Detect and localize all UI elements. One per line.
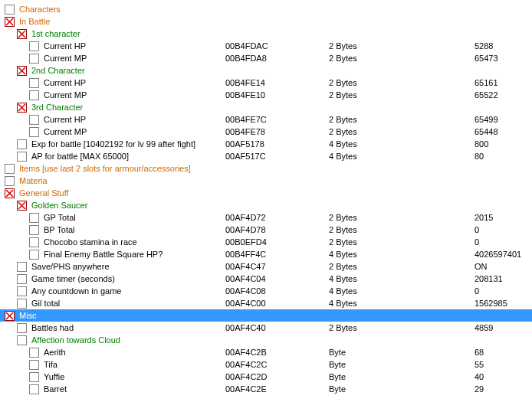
tree-row[interactable]: 3rd Character xyxy=(3,101,532,113)
row-type: 2 Bytes xyxy=(329,113,357,126)
tree-row[interactable]: In Battle xyxy=(3,15,532,28)
row-description: Yuffie xyxy=(44,371,64,383)
tree-row[interactable]: 2nd Character xyxy=(3,64,532,77)
tree-row[interactable]: Current HP00B4FE7C2 Bytes65499 xyxy=(3,113,532,126)
tree-row[interactable]: Current HP00B4FDAC2 Bytes5288 xyxy=(3,40,532,52)
row-description: Current HP xyxy=(44,40,86,52)
row-type: 2 Bytes xyxy=(329,236,357,248)
checkbox-checked[interactable] xyxy=(5,188,15,198)
row-value: 0 xyxy=(475,285,479,297)
row-description: Materia xyxy=(19,175,48,187)
row-address: 00B4FE78 xyxy=(225,126,265,138)
tree-row[interactable]: BP Total00AF4D782 Bytes0 xyxy=(3,224,532,236)
tree-row[interactable]: Aerith00AF4C2BByte68 xyxy=(3,346,532,358)
row-description: Current MP xyxy=(44,126,87,138)
row-value: 68 xyxy=(475,346,484,358)
checkbox[interactable] xyxy=(5,176,15,186)
checkbox[interactable] xyxy=(29,78,39,88)
row-address: 00AF5178 xyxy=(225,138,264,150)
row-description: Final Enemy Battle Square HP? xyxy=(44,248,163,260)
tree-row[interactable]: Materia xyxy=(3,175,532,187)
tree-row[interactable]: Battles had00AF4C402 Bytes4859 xyxy=(3,322,532,334)
tree-row[interactable]: Game timer (seconds)00AF4C044 Bytes20813… xyxy=(3,273,532,285)
row-value: 4026597401 xyxy=(475,248,521,260)
row-description: 3rd Character xyxy=(31,101,83,113)
row-address: 00AF4C2C xyxy=(225,358,267,371)
tree-row[interactable]: Current MP00B4FE782 Bytes65448 xyxy=(3,126,532,138)
checkbox[interactable] xyxy=(17,262,27,272)
checkbox-checked[interactable] xyxy=(17,103,27,113)
row-type: Byte xyxy=(329,383,346,395)
tree-row[interactable]: Tifa00AF4C2CByte55 xyxy=(3,358,532,371)
checkbox[interactable] xyxy=(17,299,27,309)
row-description: Current HP xyxy=(44,113,86,126)
cheat-table-tree[interactable]: CharactersIn Battle1st characterCurrent … xyxy=(0,0,532,398)
checkbox[interactable] xyxy=(29,90,39,100)
checkbox[interactable] xyxy=(17,139,27,149)
checkbox[interactable] xyxy=(29,127,39,137)
checkbox-checked[interactable] xyxy=(17,29,27,39)
tree-row[interactable]: Items [use last 2 slots for armour/acces… xyxy=(3,162,532,175)
checkbox[interactable] xyxy=(29,213,39,223)
checkbox[interactable] xyxy=(29,360,39,370)
tree-row[interactable]: Any countdown in game00AF4C084 Bytes0 xyxy=(3,285,532,297)
checkbox-checked[interactable] xyxy=(17,66,27,76)
checkbox-checked[interactable] xyxy=(5,17,15,27)
row-value: 65522 xyxy=(475,89,498,101)
row-value: 5288 xyxy=(475,40,493,52)
checkbox[interactable] xyxy=(17,152,27,162)
checkbox[interactable] xyxy=(29,225,39,235)
tree-row[interactable]: Gil total00AF4C004 Bytes1562985 xyxy=(3,297,532,309)
row-description: Exp for battle [10402192 for lv 99 after… xyxy=(31,138,195,150)
tree-row[interactable]: Save/PHS anywhere00AF4C472 BytesON xyxy=(3,260,532,273)
row-address: 00AF4C2D xyxy=(225,371,267,383)
tree-row[interactable]: Current HP00B4FE142 Bytes65161 xyxy=(3,77,532,89)
row-address: 00AF517C xyxy=(225,150,266,162)
tree-row[interactable]: Chocobo stamina in race00B0EFD42 Bytes0 xyxy=(3,236,532,248)
checkbox[interactable] xyxy=(29,250,39,260)
checkbox[interactable] xyxy=(5,164,15,174)
checkbox[interactable] xyxy=(29,115,39,125)
tree-row[interactable]: Current MP00B4FDA82 Bytes65473 xyxy=(3,52,532,64)
tree-row[interactable]: 1st character xyxy=(3,28,532,40)
checkbox[interactable] xyxy=(17,274,27,284)
tree-row[interactable]: Affection towards Cloud xyxy=(3,334,532,346)
tree-row[interactable]: AP for battle [MAX 65000]00AF517C4 Bytes… xyxy=(3,150,532,162)
checkbox[interactable] xyxy=(17,323,27,333)
tree-row[interactable]: Misc xyxy=(3,309,532,322)
checkbox[interactable] xyxy=(5,5,15,15)
checkbox[interactable] xyxy=(29,237,39,247)
tree-row[interactable]: Golden Saucer xyxy=(3,199,532,211)
row-value: 40 xyxy=(475,371,484,383)
checkbox[interactable] xyxy=(29,41,39,51)
row-address: 00AF4C08 xyxy=(225,285,266,297)
tree-row[interactable]: Barret00AF4C2EByte29 xyxy=(3,383,532,395)
row-value: 65161 xyxy=(475,77,498,89)
checkbox[interactable] xyxy=(29,54,39,64)
tree-row[interactable]: Exp for battle [10402192 for lv 99 after… xyxy=(3,138,532,150)
row-address: 00AF4C00 xyxy=(225,297,266,309)
tree-row[interactable]: GP Total00AF4D722 Bytes2015 xyxy=(3,211,532,224)
checkbox[interactable] xyxy=(29,384,39,394)
tree-row[interactable]: Current MP00B4FE102 Bytes65522 xyxy=(3,89,532,101)
checkbox[interactable] xyxy=(29,348,39,358)
row-description: Battles had xyxy=(31,322,74,334)
tree-row[interactable]: General Stuff xyxy=(3,187,532,199)
row-type: 4 Bytes xyxy=(329,150,357,162)
tree-row[interactable]: Yuffie00AF4C2DByte40 xyxy=(3,371,532,383)
checkbox[interactable] xyxy=(17,286,27,296)
row-type: 2 Bytes xyxy=(329,224,357,236)
row-address: 00B4FE7C xyxy=(225,113,267,126)
row-address: 00B4FDA8 xyxy=(225,52,267,64)
checkbox[interactable] xyxy=(17,335,27,345)
row-type: Byte xyxy=(329,371,346,383)
checkbox-checked[interactable] xyxy=(17,201,27,211)
checkbox[interactable] xyxy=(29,372,39,382)
row-address: 00B4FDAC xyxy=(225,40,268,52)
row-type: Byte xyxy=(329,346,346,358)
checkbox-checked[interactable] xyxy=(5,311,15,321)
tree-row[interactable]: Characters xyxy=(3,3,532,15)
row-value: 2015 xyxy=(475,211,493,224)
tree-row[interactable]: Final Enemy Battle Square HP?00B4FF4C4 B… xyxy=(3,248,532,260)
row-address: 00B4FE14 xyxy=(225,77,265,89)
